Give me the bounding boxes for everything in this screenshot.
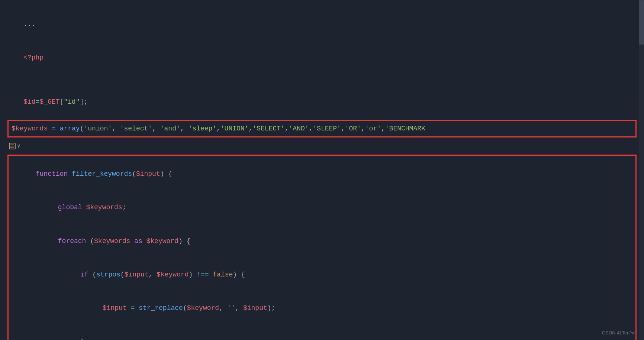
fold-chevron: ∨ bbox=[17, 142, 20, 150]
func-line-6: } bbox=[12, 325, 632, 340]
code-line-php-dots: ... bbox=[7, 7, 637, 41]
empty-line-1 bbox=[7, 75, 637, 85]
scrollbar-thumb[interactable] bbox=[639, 0, 644, 45]
scrollbar-track[interactable] bbox=[639, 0, 644, 340]
func-line-5: $input = str_replace($keyword, '', $inpu… bbox=[12, 292, 632, 325]
code-editor: ... <?php $id=$_GET["id"]; $keywords = a… bbox=[0, 4, 644, 340]
code-line-get-id: $id=$_GET["id"]; bbox=[7, 85, 637, 119]
func-line-4: if (strpos($input, $keyword) !== false) … bbox=[12, 258, 632, 291]
code-line-php-open: <?php bbox=[7, 41, 637, 74]
func-line-1: function filter_keywords($input) { bbox=[12, 157, 632, 191]
highlight-box-function: function filter_keywords($input) { globa… bbox=[7, 155, 637, 340]
code-line-keywords: $keywords = array('union', 'select', 'an… bbox=[12, 123, 632, 135]
fold-icon-row[interactable]: ∨ bbox=[7, 142, 22, 150]
fold-icon-svg bbox=[9, 143, 16, 149]
highlight-box-keywords: $keywords = array('union', 'select', 'an… bbox=[7, 120, 637, 137]
func-line-3: foreach ($keywords as $keyword) { bbox=[12, 224, 632, 258]
func-line-2: global $keywords; bbox=[12, 191, 632, 224]
watermark-text: CSDN @Ten^v^ bbox=[602, 330, 637, 336]
watermark: CSDN @Ten^v^ bbox=[602, 330, 637, 336]
